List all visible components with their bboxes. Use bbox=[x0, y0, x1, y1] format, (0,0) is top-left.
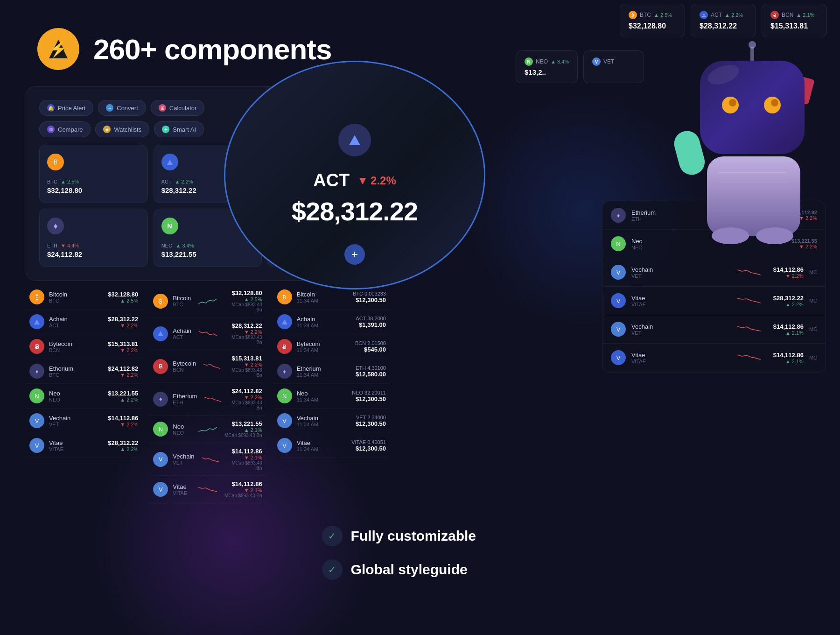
table-col-2: ₿ BitcoinBTC $32,128.80▲ 2.5%MCap $893.4… bbox=[149, 285, 266, 503]
table-row[interactable]: N NeoNEO $13,221.55▲ 2.2% bbox=[26, 384, 142, 409]
row2-eth-name: EtheriumETH bbox=[173, 393, 197, 405]
row2-act-name: AchainACT bbox=[173, 327, 191, 340]
table-row[interactable]: ₿ Bitcoin11:34 AM BTC 0.003233$12,300.50 bbox=[273, 285, 390, 310]
table-row[interactable]: V VitaeVITAE $28,312.22▲ 2.2% bbox=[26, 433, 142, 458]
watchlists-button[interactable]: ★ Watchlists bbox=[95, 121, 149, 137]
table-row[interactable]: Ƀ Bytecoin11:34 AM BCN 2.01500$545.00 bbox=[273, 334, 390, 359]
eth-price: $24,112.82 bbox=[47, 250, 140, 258]
row-eth-name: EtheriumBTC bbox=[49, 365, 103, 378]
row2-vitae-name: VitaeVITAE bbox=[173, 483, 191, 496]
svg-rect-14 bbox=[707, 156, 800, 236]
calculator-icon: ⊞ bbox=[159, 104, 166, 112]
rlist-vitae-icon: V bbox=[611, 293, 626, 308]
featured-symbol: ACT bbox=[313, 170, 350, 190]
watchlists-label: Watchlists bbox=[114, 126, 141, 133]
rlist-vitae2-name: VitaeVITAE bbox=[631, 352, 732, 364]
table-row[interactable]: Achain11:34 AM ACT 38.2000$1,391.00 bbox=[273, 310, 390, 334]
right-mid-cards: N NEO▲ 3.4% $13,2.. V VET bbox=[516, 50, 644, 83]
rlist-vet2-name: VechainVET bbox=[631, 323, 732, 336]
convert-label: Convert bbox=[117, 105, 138, 112]
feature-item-styleguide: ✓ Global styleguide bbox=[322, 559, 476, 580]
eth-label: ETH ▼ 4.4% bbox=[47, 243, 140, 248]
right-list-row-vitae[interactable]: V VitaeVITAE $28,312.22▲ 2.2% MC bbox=[602, 287, 826, 315]
right-list-row-vitae2[interactable]: V VitaeVITAE $14,112.86▲ 2.1% MC bbox=[602, 344, 826, 372]
price-alert-button[interactable]: 🔔 Price Alert bbox=[39, 100, 93, 116]
table-col-3: ₿ Bitcoin11:34 AM BTC 0.003233$12,300.50… bbox=[273, 285, 390, 503]
rlist-vet2-icon: V bbox=[611, 322, 626, 337]
row2-bcn-name: BytecoinBCN bbox=[173, 360, 196, 373]
table-row[interactable]: ₿ BitcoinBTC $32,128.80▲ 2.5% bbox=[26, 285, 142, 310]
row3-eth-name: Etherium11:34 AM bbox=[297, 365, 351, 378]
right-list-row-vechain2[interactable]: V VechainVET $14,112.86▲ 2.1% MC bbox=[602, 315, 826, 344]
table-row[interactable]: V VechainVET $14,112.86▼ 2.1%MCap $893.4… bbox=[149, 443, 266, 476]
convert-button[interactable]: ↔ Convert bbox=[98, 100, 146, 116]
table-row[interactable]: N NeoNEO $13,221.55▲ 2.1%MCap $893.43 Bn bbox=[149, 416, 266, 443]
compare-button[interactable]: ⚖ Compare bbox=[39, 121, 91, 137]
row-vet-icon: V bbox=[29, 413, 44, 428]
neo-label: NEO ▲ 3.4% bbox=[161, 243, 254, 248]
smart-ai-icon: ✦ bbox=[162, 126, 169, 133]
table-row[interactable]: V VitaeVITAE $14,112.86▼ 2.1%MCap $893.4… bbox=[149, 476, 266, 503]
featured-overlay: ACT ▼ 2.2% $28,312.22 + bbox=[224, 61, 485, 289]
row3-vet-icon: V bbox=[277, 413, 292, 428]
svg-point-11 bbox=[771, 99, 778, 106]
smart-ai-button[interactable]: ✦ Smart AI bbox=[154, 121, 204, 137]
featured-plus-button[interactable]: + bbox=[344, 244, 365, 265]
row-btc-icon: ₿ bbox=[29, 289, 44, 304]
mini-btc-ticker: ₿ BTC ▲ 2.5% bbox=[629, 11, 676, 19]
table-row[interactable]: Ƀ BytecoinBCN $15,313.81▼ 2.2%MCap $893.… bbox=[149, 350, 266, 383]
table-row[interactable]: V Vechain11:34 AM VET 2.34000$12,300.50 bbox=[273, 409, 390, 433]
table-row[interactable]: V Vitae11:34 AM VITAE 0.40051$12,300.50 bbox=[273, 433, 390, 458]
row3-act-icon bbox=[277, 314, 292, 329]
row-eth-icon: ♦ bbox=[29, 364, 44, 379]
row-vitae-icon: V bbox=[29, 438, 44, 453]
feature-styleguide-label: Global styleguide bbox=[351, 562, 468, 578]
table-columns: ₿ BitcoinBTC $32,128.80▲ 2.5% AchainACT … bbox=[26, 285, 390, 503]
featured-inner: ACT ▼ 2.2% $28,312.22 + bbox=[225, 62, 484, 288]
featured-coin-icon bbox=[338, 124, 371, 156]
row3-vitae-name: Vitae11:34 AM bbox=[297, 439, 347, 452]
crypto-card-eth[interactable]: ♦ ETH ▼ 4.4% $24,112.82 bbox=[39, 209, 148, 267]
table-row[interactable]: ♦ EtheriumETH $24,112.82▼ 2.2%MCap $893.… bbox=[149, 383, 266, 416]
price-alert-label: Price Alert bbox=[58, 105, 85, 112]
table-col-1: ₿ BitcoinBTC $32,128.80▲ 2.5% AchainACT … bbox=[26, 285, 142, 503]
row2-vet-name: VechainVET bbox=[173, 453, 194, 466]
row3-vet-name: Vechain11:34 AM bbox=[297, 415, 351, 427]
row3-act-name: Achain11:34 AM bbox=[297, 316, 351, 328]
features-list: ✓ Fully customizable ✓ Global styleguide bbox=[322, 526, 476, 593]
row-bcn-name: BytecoinBCN bbox=[49, 340, 103, 353]
logo-icon: ⚡ bbox=[37, 28, 79, 70]
table-row[interactable]: AchainACT $28,312.22▼ 2.2% bbox=[26, 310, 142, 334]
row-vitae-name: VitaeVITAE bbox=[49, 439, 103, 452]
check-styleguide-icon: ✓ bbox=[322, 559, 343, 580]
btc-label: BTC ▲ 2.5% bbox=[47, 179, 140, 184]
mini-bcn-ticker: Ƀ BCN ▲ 2.1% bbox=[770, 11, 818, 19]
rlist-vitae2-mcap: MC bbox=[809, 355, 817, 360]
calculator-button[interactable]: ⊞ Calculator bbox=[151, 100, 205, 116]
eth-icon: ♦ bbox=[47, 218, 64, 234]
row-neo-icon: N bbox=[29, 388, 44, 403]
right-mid-neo[interactable]: N NEO▲ 3.4% $13,2.. bbox=[516, 50, 578, 83]
crypto-card-btc[interactable]: ₿ BTC ▲ 2.5% $32,128.80 bbox=[39, 145, 148, 203]
header: ⚡ 260+ components bbox=[37, 28, 331, 70]
featured-price: $28,312.22 bbox=[292, 196, 418, 226]
svg-point-18 bbox=[756, 227, 793, 244]
table-row[interactable]: AchainACT $28,312.22▼ 2.2%MCap $893.43 B… bbox=[149, 318, 266, 350]
table-row[interactable]: ♦ Etherium11:34 AM ETH 4.30100$12,580.00 bbox=[273, 359, 390, 384]
row2-eth-icon: ♦ bbox=[153, 392, 168, 407]
featured-arrow-icon: ▼ bbox=[357, 174, 368, 187]
table-row[interactable]: N Neo11:34 AM NEO 32.20011$12,300.50 bbox=[273, 384, 390, 409]
rlist-neo-icon2: N bbox=[611, 236, 626, 251]
btc-price: $32,128.80 bbox=[47, 186, 140, 194]
table-row[interactable]: V VechainVET $14,112.86▼ 2.2% bbox=[26, 409, 142, 433]
table-row[interactable]: ₿ BitcoinBTC $32,128.80▲ 2.5%MCap $893.4… bbox=[149, 285, 266, 318]
row3-vitae-icon: V bbox=[277, 438, 292, 453]
table-row[interactable]: ♦ EtheriumBTC $24,112.82▼ 2.2% bbox=[26, 359, 142, 384]
row3-eth-icon: ♦ bbox=[277, 364, 292, 379]
right-mid-vet[interactable]: V VET bbox=[583, 50, 644, 83]
table-row[interactable]: Ƀ BytecoinBCN $15,313.81▼ 2.2% bbox=[26, 334, 142, 359]
neo-icon: N bbox=[161, 218, 178, 234]
compare-label: Compare bbox=[58, 126, 83, 133]
row3-neo-icon: N bbox=[277, 388, 292, 403]
featured-symbol-row: ACT ▼ 2.2% bbox=[313, 170, 396, 190]
